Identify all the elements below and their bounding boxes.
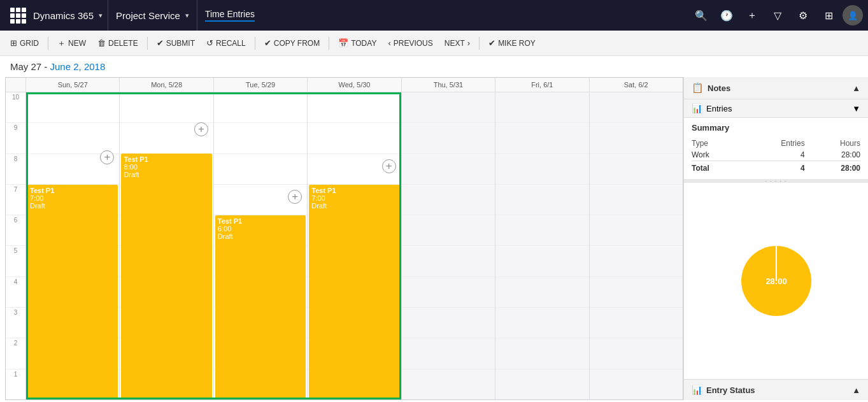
copy-from-button[interactable]: ✔ COPY FROM [259, 34, 325, 53]
day-col-sun[interactable]: + Test P1 7:00 Draft [26, 92, 120, 399]
user-check-icon: ✔ [488, 38, 495, 48]
event-status: Draft [124, 171, 209, 178]
cell-sat-3 [590, 308, 683, 338]
cell-mon-9: + [120, 123, 213, 154]
brand-text: Dynamics 365 [33, 10, 94, 21]
grid-button[interactable]: ⊞ GRID [5, 34, 44, 53]
time-col-header [6, 78, 26, 92]
previous-button[interactable]: ‹ PREVIOUS [383, 34, 438, 53]
cell-sat-5 [590, 246, 683, 276]
cell-tue-7: + [214, 185, 307, 215]
user-avatar[interactable]: 👤 [843, 5, 863, 25]
submit-button[interactable]: ✔ SUBMIT [152, 34, 200, 53]
event-mon-testp1[interactable]: Test P1 8:00 Draft [121, 154, 211, 399]
time-label-3: 3 [6, 308, 25, 338]
cell-sat-8 [590, 154, 683, 185]
entry-status-label: Entry Status [706, 385, 755, 395]
day-col-sat[interactable] [590, 92, 683, 399]
today-button[interactable]: 📅 TODAY [333, 34, 381, 53]
top-navigation: Dynamics 365 ▾ Project Service ▾ Time En… [0, 0, 868, 31]
brand-button[interactable]: Dynamics 365 ▾ [31, 0, 108, 31]
entry-status-header[interactable]: 📊 Entry Status ▲ [684, 379, 868, 400]
time-label-7: 7 [6, 185, 25, 215]
cell-thu-2 [402, 338, 495, 369]
module-text: Project Service [116, 10, 180, 21]
cell-sat-6 [590, 215, 683, 246]
day-header-sun: Sun, 5/27 [26, 78, 120, 92]
module-button[interactable]: Project Service ▾ [108, 0, 197, 31]
notes-header-content: 📋 Notes [692, 82, 730, 94]
time-label-10: 10 [6, 92, 25, 123]
next-button[interactable]: NEXT › [439, 34, 475, 53]
toolbar-separator-2 [147, 37, 148, 50]
recent-icon-button[interactable]: 🕐 [715, 4, 738, 27]
event-wed-testp1[interactable]: Test P1 7:00 Draft [309, 185, 399, 399]
nav-icon-group: 🔍 🕐 ＋ ▽ ⚙ ⊞ 👤 [690, 4, 863, 27]
notes-section-header[interactable]: 📋 Notes ▲ [684, 77, 868, 99]
toolbar-separator-4 [329, 37, 329, 50]
settings-icon-button[interactable]: ⚙ [792, 4, 815, 27]
entries-section-header[interactable]: 📊 Entries ▼ [684, 99, 868, 118]
event-time: 7:00 [30, 194, 115, 202]
event-title: Test P1 [30, 187, 115, 194]
cell-fri-2 [495, 338, 588, 369]
right-panel: 📋 Notes ▲ 📊 Entries ▼ Summary Type Entri… [683, 77, 868, 400]
add-icon-button[interactable]: ＋ [741, 4, 764, 27]
summary-work-type: Work [692, 149, 740, 161]
day-header-tue: Tue, 5/29 [214, 78, 308, 92]
day-col-tue[interactable]: + Test P1 6:00 Draft [214, 92, 308, 399]
waffle-menu[interactable] [5, 0, 31, 31]
new-button[interactable]: ＋ NEW [52, 34, 91, 53]
summary-title: Summary [692, 123, 860, 133]
col-hours-header: Hours [805, 138, 860, 149]
cell-fri-6 [495, 215, 588, 246]
cell-fri-10 [495, 92, 588, 123]
main-content: Sun, 5/27 Mon, 5/28 Tue, 5/29 Wed, 5/30 … [0, 77, 868, 400]
event-tue-testp1[interactable]: Test P1 6:00 Draft [215, 215, 306, 399]
day-col-thu[interactable] [402, 92, 495, 399]
calendar-body: 10 9 8 7 6 5 4 3 2 1 + [6, 92, 683, 399]
add-entry-sun-8[interactable]: + [100, 150, 114, 164]
day-col-mon[interactable]: + Test P1 8:00 Draft [120, 92, 213, 399]
cell-sat-7 [590, 185, 683, 215]
cell-fri-3 [495, 308, 588, 338]
day-col-fri[interactable] [495, 92, 589, 399]
entry-status-icon: 📊 [692, 385, 702, 395]
chart-area: 28:00 [684, 183, 868, 379]
today-icon: 📅 [338, 38, 348, 48]
summary-total-label: Total [692, 161, 740, 175]
waffle-icon [10, 8, 26, 24]
summary-work-hours: 28:00 [805, 149, 860, 161]
col-type-header: Type [692, 138, 740, 149]
add-entry-wed-8[interactable]: + [382, 159, 396, 173]
delete-button[interactable]: 🗑 DELETE [92, 34, 143, 53]
entry-status-content: 📊 Entry Status [692, 385, 755, 395]
cell-wed-8: + [308, 154, 401, 185]
cell-sat-2 [590, 338, 683, 369]
entry-status-collapse-icon: ▲ [852, 385, 860, 395]
filter-icon-button[interactable]: ▽ [766, 4, 789, 27]
search-icon-button[interactable]: 🔍 [690, 4, 713, 27]
event-sun-testp1[interactable]: Test P1 7:00 Draft [27, 185, 118, 399]
day-col-wed[interactable]: + Test P1 7:00 Draft [308, 92, 401, 399]
time-label-8: 8 [6, 154, 25, 185]
calendar-area: Sun, 5/27 Mon, 5/28 Tue, 5/29 Wed, 5/30 … [5, 77, 683, 400]
next-icon: › [467, 38, 470, 48]
add-entry-tue-7[interactable]: + [288, 190, 302, 204]
summary-work-entries: 4 [740, 149, 805, 161]
time-label-6: 6 [6, 215, 25, 246]
day-header-thu: Thu, 5/31 [402, 78, 495, 92]
user-selector-button[interactable]: ✔ MIKE ROY [483, 34, 541, 53]
cell-tue-10 [214, 92, 307, 123]
event-title: Test P1 [311, 187, 397, 194]
calendar-header: Sun, 5/27 Mon, 5/28 Tue, 5/29 Wed, 5/30 … [6, 78, 683, 92]
help-icon-button[interactable]: ⊞ [817, 4, 840, 27]
cell-thu-1 [402, 370, 495, 399]
summary-row-work: Work 4 28:00 [692, 149, 860, 161]
add-entry-mon-9[interactable]: + [194, 122, 208, 136]
cell-tue-8 [214, 154, 307, 185]
cell-sat-10 [590, 92, 683, 123]
cell-fri-9 [495, 123, 588, 154]
day-header-fri: Fri, 6/1 [495, 78, 589, 92]
recall-button[interactable]: ↺ RECALL [201, 34, 251, 53]
